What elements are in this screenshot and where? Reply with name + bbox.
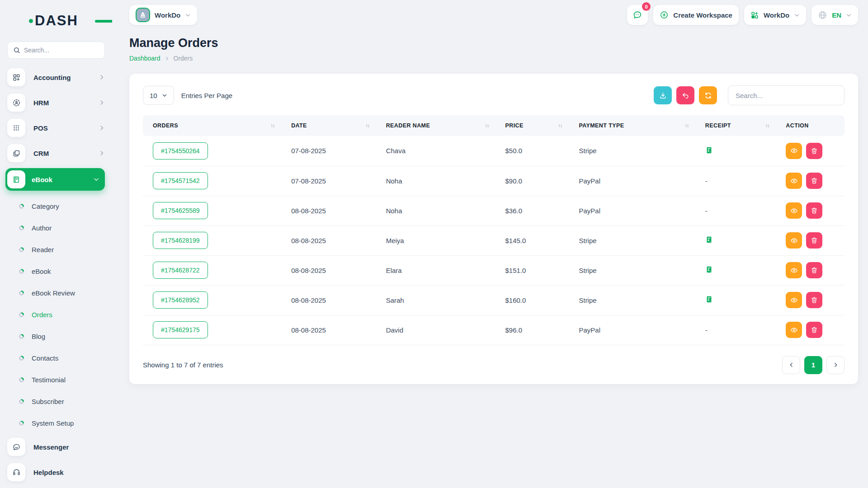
sidebar-item-reader[interactable]: Reader <box>7 239 105 260</box>
order-price: $160.0 <box>501 285 575 315</box>
chat-icon <box>632 10 642 20</box>
view-order-button[interactable] <box>786 202 802 219</box>
sidebar-item-pos[interactable]: POS <box>7 117 105 138</box>
breadcrumb-dashboard-link[interactable]: Dashboard <box>129 55 160 62</box>
column-header-payment-type[interactable]: PAYMENT TYPE <box>574 115 700 136</box>
next-page-button[interactable] <box>826 356 844 374</box>
sort-icon <box>764 123 770 129</box>
sidebar-search[interactable] <box>7 42 105 59</box>
sidebar-item-subscriber[interactable]: Subscriber <box>7 390 105 412</box>
back-button[interactable] <box>676 86 694 104</box>
view-order-button[interactable] <box>786 262 802 278</box>
bullet-icon <box>19 334 24 339</box>
chevron-down-icon <box>185 12 191 18</box>
logo-text: DASH <box>35 13 78 29</box>
receipt-icon[interactable] <box>705 296 713 303</box>
order-id-badge[interactable]: #1754628722 <box>153 262 208 279</box>
table-row: #1754625589 08-08-2025 Noha $36.0 PayPal… <box>143 196 844 225</box>
order-id-badge[interactable]: #1754629175 <box>153 321 208 338</box>
sidebar-item-ebook-sub[interactable]: eBook <box>7 260 105 282</box>
create-workspace-button[interactable]: Create Workspace <box>653 5 739 25</box>
sidebar-nav: Accounting HRM POS <box>7 67 105 488</box>
table-header-row: ORDERS DATE READER NAME PRICE PAYMENT TY… <box>143 115 844 136</box>
chevron-left-icon <box>788 362 794 368</box>
view-order-button[interactable] <box>786 143 802 159</box>
table-row: #1754571542 07-08-2025 Noha $90.0 PayPal… <box>143 166 844 196</box>
sidebar-subitem-label: Blog <box>32 333 45 340</box>
eye-icon <box>790 296 798 304</box>
orders-card: 10 Entries Per Page <box>129 74 858 384</box>
view-order-button[interactable] <box>786 292 802 308</box>
receipt-icon[interactable] <box>705 266 713 273</box>
order-date: 08-08-2025 <box>287 225 382 255</box>
sidebar-item-contacts[interactable]: Contacts <box>7 347 105 369</box>
receipt-icon[interactable] <box>705 146 713 154</box>
export-button[interactable] <box>654 86 672 104</box>
sidebar-item-messenger[interactable]: Messenger <box>7 436 105 457</box>
language-selector[interactable]: EN <box>811 5 858 25</box>
order-price: $145.0 <box>501 225 575 255</box>
view-order-button[interactable] <box>786 173 802 189</box>
column-header-date[interactable]: DATE <box>287 115 382 136</box>
sidebar-item-testimonial[interactable]: Testimonial <box>7 369 105 390</box>
hrm-icon <box>7 94 25 112</box>
delete-order-button[interactable] <box>806 292 822 308</box>
order-price: $36.0 <box>501 196 575 225</box>
sidebar-item-category[interactable]: Category <box>7 195 105 217</box>
sort-icon <box>365 123 371 129</box>
sidebar-item-label: eBook <box>32 176 93 183</box>
globe-icon <box>818 10 827 20</box>
sidebar-search-input[interactable] <box>24 47 99 54</box>
order-id-badge[interactable]: #1754550264 <box>153 142 208 160</box>
delete-order-button[interactable] <box>806 262 822 278</box>
refresh-button[interactable] <box>699 86 717 104</box>
sidebar-item-blog[interactable]: Blog <box>7 325 105 347</box>
sidebar-item-crm[interactable]: CRM <box>7 143 105 164</box>
column-header-orders[interactable]: ORDERS <box>143 115 287 136</box>
messenger-button[interactable]: 0 <box>627 5 648 25</box>
sidebar-subitem-label: System Setup <box>32 419 74 427</box>
view-order-button[interactable] <box>786 322 802 338</box>
sidebar-item-ebook-review[interactable]: eBook Review <box>7 282 105 304</box>
order-id-badge[interactable]: #1754625589 <box>153 202 208 219</box>
receipt-empty: - <box>705 177 708 185</box>
sidebar-item-orders[interactable]: Orders <box>7 304 105 325</box>
accounting-icon <box>7 68 25 86</box>
delete-order-button[interactable] <box>806 143 822 159</box>
order-id-badge[interactable]: #1754571542 <box>153 172 208 189</box>
entries-summary: Showing 1 to 7 of 7 entries <box>143 361 223 369</box>
receipt-icon[interactable] <box>705 236 713 244</box>
sidebar-subitem-label: Contacts <box>32 354 58 362</box>
sidebar-item-system-setup[interactable]: System Setup <box>7 412 105 434</box>
column-header-receipt[interactable]: RECEIPT <box>701 115 781 136</box>
table-search-input[interactable] <box>728 85 844 105</box>
order-id-badge[interactable]: #1754628952 <box>153 291 208 309</box>
workspace-selector[interactable]: WorkDo <box>129 5 197 25</box>
sidebar-item-author[interactable]: Author <box>7 217 105 239</box>
delete-order-button[interactable] <box>806 232 822 249</box>
sidebar-item-ebook[interactable]: eBook <box>5 168 105 191</box>
sidebar-item-helpdesk[interactable]: Helpdesk <box>7 462 105 483</box>
column-header-price[interactable]: PRICE <box>501 115 575 136</box>
delete-order-button[interactable] <box>806 173 822 189</box>
trash-icon <box>811 207 818 214</box>
payment-type: Stripe <box>574 285 700 315</box>
refresh-icon <box>704 92 712 99</box>
sidebar-item-hrm[interactable]: HRM <box>7 92 105 113</box>
sidebar-item-label: POS <box>33 124 99 132</box>
chevron-down-icon <box>162 93 167 98</box>
previous-page-button[interactable] <box>782 356 800 374</box>
delete-order-button[interactable] <box>806 202 822 219</box>
page-number-button[interactable]: 1 <box>804 356 822 374</box>
app-switcher[interactable]: WorkDo <box>744 5 806 25</box>
logo-dash-icon <box>95 20 112 23</box>
order-id-badge[interactable]: #1754628199 <box>153 232 208 249</box>
column-header-reader-name[interactable]: READER NAME <box>382 115 501 136</box>
view-order-button[interactable] <box>786 232 802 249</box>
entries-per-page-select[interactable]: 10 <box>143 86 174 105</box>
sidebar-item-accounting[interactable]: Accounting <box>7 67 105 88</box>
crm-icon <box>7 144 25 162</box>
trash-icon <box>811 177 818 184</box>
main-content: WorkDo 0 Create Workspace <box>112 0 868 488</box>
delete-order-button[interactable] <box>806 322 822 338</box>
